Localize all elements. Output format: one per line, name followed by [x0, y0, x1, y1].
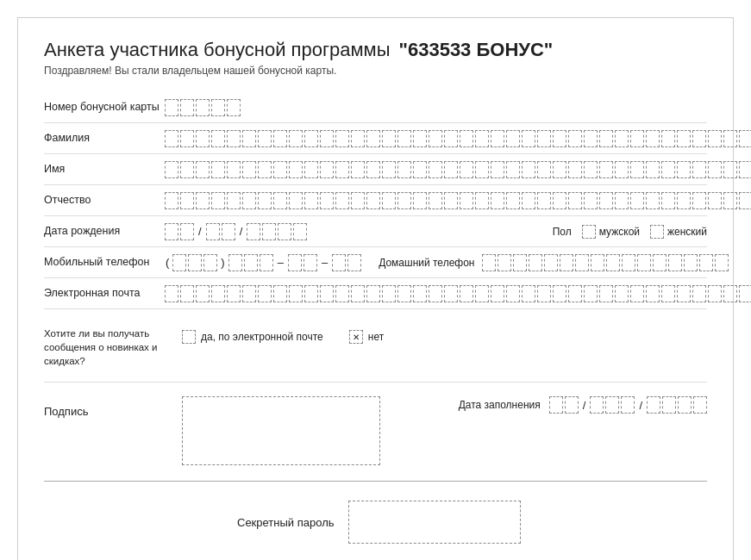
home-phone-boxes-char-4[interactable] — [529, 254, 542, 271]
last-name-boxes-char-15[interactable] — [382, 130, 396, 147]
first-name-boxes-char-32[interactable] — [646, 161, 660, 178]
patronymic-boxes-char-18[interactable] — [429, 192, 442, 209]
signature-field[interactable] — [182, 396, 380, 465]
patronymic-boxes-char-29[interactable] — [599, 192, 613, 209]
last-name-boxes-char-10[interactable] — [304, 130, 318, 147]
patronymic-boxes-char-9[interactable] — [289, 192, 303, 209]
email-boxes-char-25[interactable] — [537, 285, 551, 302]
patronymic-boxes-char-7[interactable] — [258, 192, 272, 209]
last-name-boxes-char-36[interactable] — [708, 130, 722, 147]
patronymic-boxes-char-3[interactable] — [196, 192, 210, 209]
bonus-char-5[interactable] — [227, 99, 241, 116]
mobile-part1[interactable] — [228, 254, 273, 271]
birth-year-boxes[interactable] — [247, 223, 307, 240]
first-name-boxes-char-20[interactable] — [460, 161, 473, 178]
first-name-boxes-char-23[interactable] — [506, 161, 520, 178]
patronymic-boxes-char-14[interactable] — [366, 192, 380, 209]
home-phone-boxes-char-2[interactable] — [498, 254, 511, 271]
first-name-boxes-char-38[interactable] — [739, 161, 751, 178]
last-name-boxes-char-11[interactable] — [320, 130, 334, 147]
first-name-boxes-char-6[interactable] — [242, 161, 256, 178]
email-boxes-char-13[interactable] — [351, 285, 365, 302]
last-name-boxes-char-38[interactable] — [739, 130, 751, 147]
last-name-boxes-char-28[interactable] — [584, 130, 598, 147]
email-boxes-char-6[interactable] — [242, 285, 256, 302]
last-name-boxes-char-23[interactable] — [506, 130, 520, 147]
first-name-field[interactable] — [165, 161, 751, 178]
patronymic-boxes-char-16[interactable] — [397, 192, 411, 209]
email-boxes-char-33[interactable] — [661, 285, 675, 302]
email-boxes-char-38[interactable] — [739, 285, 751, 302]
first-name-boxes-char-12[interactable] — [335, 161, 349, 178]
email-boxes-char-28[interactable] — [584, 285, 598, 302]
first-name-boxes-char-26[interactable] — [553, 161, 566, 178]
first-name-boxes-char-34[interactable] — [677, 161, 691, 178]
email-boxes-char-2[interactable] — [180, 285, 194, 302]
home-phone-boxes-char-15[interactable] — [699, 254, 713, 271]
mobile-part2[interactable] — [288, 254, 317, 271]
patronymic-boxes-char-23[interactable] — [506, 192, 520, 209]
gender-female-option[interactable]: женский — [650, 225, 707, 239]
first-name-boxes-char-8[interactable] — [273, 161, 287, 178]
first-name-boxes-char-17[interactable] — [413, 161, 427, 178]
first-name-boxes-char-5[interactable] — [227, 161, 241, 178]
birth-day-boxes[interactable] — [165, 223, 194, 240]
last-name-boxes-char-13[interactable] — [351, 130, 365, 147]
email-boxes-char-7[interactable] — [258, 285, 272, 302]
patronymic-boxes-char-38[interactable] — [739, 192, 751, 209]
bonus-card-field[interactable] — [165, 99, 241, 116]
last-name-boxes-char-6[interactable] — [242, 130, 256, 147]
first-name-boxes-char-19[interactable] — [444, 161, 458, 178]
last-name-boxes-char-26[interactable] — [553, 130, 566, 147]
patronymic-boxes-char-21[interactable] — [475, 192, 489, 209]
first-name-boxes-char-36[interactable] — [708, 161, 722, 178]
patronymic-boxes-char-22[interactable] — [491, 192, 504, 209]
last-name-boxes-char-9[interactable] — [289, 130, 303, 147]
last-name-boxes-char-16[interactable] — [397, 130, 411, 147]
patronymic-boxes-char-5[interactable] — [227, 192, 241, 209]
last-name-boxes-char-18[interactable] — [429, 130, 442, 147]
home-phone-boxes-char-7[interactable] — [575, 254, 589, 271]
email-boxes-char-35[interactable] — [692, 285, 706, 302]
patronymic-boxes-char-34[interactable] — [677, 192, 691, 209]
home-phone-boxes-char-14[interactable] — [684, 254, 698, 271]
email-boxes-char-10[interactable] — [304, 285, 318, 302]
last-name-boxes-char-7[interactable] — [258, 130, 272, 147]
patronymic-boxes-char-20[interactable] — [460, 192, 473, 209]
last-name-boxes-char-29[interactable] — [599, 130, 613, 147]
first-name-boxes-char-30[interactable] — [615, 161, 629, 178]
notice-yes-checkbox[interactable] — [182, 330, 196, 344]
home-phone-boxes-char-12[interactable] — [653, 254, 667, 271]
email-boxes-char-26[interactable] — [553, 285, 566, 302]
last-name-boxes-char-31[interactable] — [630, 130, 644, 147]
first-name-boxes-char-27[interactable] — [568, 161, 582, 178]
first-name-boxes-char-1[interactable] — [165, 161, 178, 178]
home-phone-boxes-char-16[interactable] — [715, 254, 729, 271]
home-phone-boxes-char-1[interactable] — [482, 254, 496, 271]
patronymic-boxes-char-30[interactable] — [615, 192, 629, 209]
last-name-boxes-char-19[interactable] — [444, 130, 458, 147]
patronymic-boxes-char-19[interactable] — [444, 192, 458, 209]
first-name-boxes-char-16[interactable] — [397, 161, 411, 178]
email-boxes-char-18[interactable] — [429, 285, 442, 302]
email-boxes-char-5[interactable] — [227, 285, 241, 302]
notice-yes-option[interactable]: да, по электронной почте — [182, 330, 323, 344]
email-boxes-char-36[interactable] — [708, 285, 722, 302]
last-name-boxes-char-37[interactable] — [723, 130, 737, 147]
first-name-boxes-char-10[interactable] — [304, 161, 318, 178]
bonus-char-1[interactable] — [165, 99, 178, 116]
bonus-char-3[interactable] — [196, 99, 210, 116]
email-boxes-char-22[interactable] — [491, 285, 504, 302]
patronymic-boxes-char-17[interactable] — [413, 192, 427, 209]
first-name-boxes-char-9[interactable] — [289, 161, 303, 178]
last-name-boxes-char-34[interactable] — [677, 130, 691, 147]
patronymic-boxes-char-4[interactable] — [211, 192, 225, 209]
email-boxes-char-9[interactable] — [289, 285, 303, 302]
patronymic-boxes-char-35[interactable] — [692, 192, 706, 209]
email-field[interactable] — [165, 285, 751, 302]
last-name-boxes-char-21[interactable] — [475, 130, 489, 147]
secret-field[interactable] — [348, 501, 521, 544]
patronymic-boxes-char-10[interactable] — [304, 192, 318, 209]
email-boxes-char-29[interactable] — [599, 285, 613, 302]
home-phone-field[interactable] — [482, 254, 729, 271]
